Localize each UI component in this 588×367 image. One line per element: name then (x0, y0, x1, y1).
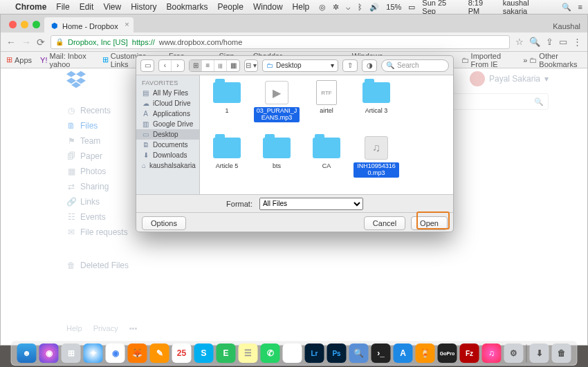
favorite-icon: 🗎 (142, 141, 149, 149)
share-icon[interactable]: ⇪ (546, 37, 553, 47)
fan-icon[interactable]: ✲ (333, 3, 339, 12)
bookmark-item[interactable]: Y! Mail: Inbox yahoo (40, 52, 94, 68)
volume-icon[interactable]: 🔊 (369, 3, 379, 12)
battery-icon[interactable]: ▭ (408, 3, 415, 12)
menubar-date[interactable]: Sun 25 Sep (422, 0, 461, 15)
file-grid[interactable]: 1▶03_PURANI_JEANS.mp3RTFairtelArtical 3A… (200, 75, 453, 194)
favorites-header: Favorites (136, 78, 199, 88)
format-select[interactable]: All Files (259, 198, 363, 210)
zoom-icon[interactable]: 🔍 (529, 37, 540, 47)
dock-chrome[interactable]: ◉ (106, 344, 125, 363)
close-window-icon[interactable] (9, 21, 17, 28)
dock-skype[interactable]: S (194, 344, 214, 363)
dock-firefox[interactable]: 🦊 (128, 344, 147, 363)
arrange-menu[interactable]: ⊟ ▾ (244, 59, 258, 72)
chrome-profile[interactable]: Kaushal (546, 20, 587, 32)
cancel-button[interactable]: Cancel (364, 216, 405, 230)
dock-calendar[interactable]: 25 (172, 344, 192, 363)
file-name: 03_PURANI_JEANS.mp3 (254, 107, 300, 122)
favorite-all-my-files[interactable]: ▤All My Files (136, 88, 199, 98)
dock-evernote[interactable]: E (217, 344, 236, 363)
window-controls[interactable] (5, 21, 44, 32)
chrome-menu-icon[interactable]: ⋮ (573, 37, 582, 47)
favorite-downloads[interactable]: ⬇Downloads (136, 150, 199, 160)
favorite-google-drive[interactable]: ▥Google Drive (136, 119, 199, 129)
location-popup[interactable]: 🗀Desktop▾ (262, 59, 338, 72)
favorite-applications[interactable]: AApplications (136, 109, 199, 119)
tags-button[interactable]: ◑ (362, 59, 377, 72)
dock-downloads[interactable]: ⬇ (530, 344, 549, 363)
dock-handbrake[interactable]: 🍹 (416, 344, 435, 363)
dock-photoshop[interactable]: Ps (327, 344, 347, 363)
dock-photos[interactable]: ✿ (283, 344, 302, 363)
dock-finder[interactable]: ☻ (17, 344, 37, 363)
options-button[interactable]: Options (142, 216, 186, 230)
file-item[interactable]: Artical 3 (352, 79, 401, 133)
dock-settings[interactable]: ⚙ (504, 344, 524, 363)
file-item[interactable]: CA (302, 135, 351, 189)
spotlight-icon[interactable]: 🔍 (562, 3, 571, 12)
dock-terminal[interactable]: ›_ (371, 344, 391, 363)
dock-safari[interactable]: ✦ (84, 344, 103, 363)
view-mode-toggle[interactable]: ⊞≡⫼▦ (189, 59, 240, 72)
dock-filezilla[interactable]: Fz (460, 344, 479, 363)
favorites-sidebar: Favorites ▤All My Files☁iCloud DriveAApp… (136, 75, 200, 194)
menubar-user[interactable]: kaushal sakaria (503, 0, 555, 15)
menu-help[interactable]: Help (293, 2, 310, 12)
read-icon[interactable]: ▭ (559, 37, 567, 47)
browser-tab[interactable]: ⬢ Home - Dropbox × (44, 17, 134, 32)
star-icon[interactable]: ☆ (515, 37, 524, 47)
apps-shortcut[interactable]: ⊞ Apps (6, 55, 32, 64)
tab-close-icon[interactable]: × (125, 20, 129, 28)
menu-edit[interactable]: Edit (80, 2, 94, 12)
battery-percent[interactable]: 15% (386, 3, 401, 11)
open-button[interactable]: Open (411, 216, 448, 230)
favorite-icon: ▤ (142, 89, 149, 97)
menu-bookmarks[interactable]: Bookmarks (167, 2, 208, 12)
favorite-kaushalsakaria[interactable]: ⌂kaushalsakaria (136, 160, 199, 171)
reload-button[interactable]: ⟳ (37, 37, 45, 48)
wifi-icon[interactable]: ⌵ (346, 3, 351, 12)
menu-history[interactable]: History (131, 2, 156, 12)
address-bar[interactable]: 🔒 Dropbox, Inc [US] https://www.dropbox.… (50, 35, 510, 49)
sidebar-toggle[interactable]: ▭ (140, 59, 154, 72)
dock-appstore[interactable]: A (394, 344, 413, 363)
notifications-icon[interactable]: ≡ (578, 3, 582, 11)
file-item[interactable]: ▶03_PURANI_JEANS.mp3 (252, 79, 301, 133)
menu-file[interactable]: File (56, 2, 69, 12)
bluetooth-icon[interactable]: ᛒ (358, 3, 362, 11)
favorite-documents[interactable]: 🗎Documents (136, 140, 199, 150)
menubar-time[interactable]: 8:19 PM (468, 0, 496, 15)
menu-people[interactable]: People (218, 2, 244, 12)
menubar-app[interactable]: Chrome (15, 2, 46, 12)
dock-lightroom[interactable]: Lr (305, 344, 324, 363)
file-item[interactable]: RTFairtel (302, 79, 351, 133)
dock-preview[interactable]: 🔍 (349, 344, 369, 363)
file-item[interactable]: 1 (203, 79, 251, 133)
status-icon[interactable]: ◎ (319, 3, 326, 12)
dock-whatsapp[interactable]: ✆ (261, 344, 280, 363)
dock-trash[interactable]: 🗑 (552, 344, 571, 363)
favorite-desktop[interactable]: ▭Desktop (136, 129, 199, 140)
bookmark-item[interactable]: 🗀 Imported From IE (461, 52, 515, 68)
bookmarks-overflow[interactable]: » 🗀 Other Bookmarks (523, 52, 582, 68)
dock-itunes[interactable]: ♫ (482, 344, 502, 363)
file-item[interactable]: Article 5 (203, 135, 251, 189)
nav-back-forward[interactable]: ‹› (158, 59, 185, 72)
favorite-icloud-drive[interactable]: ☁iCloud Drive (136, 98, 199, 109)
dock-gopro[interactable]: GoPro (438, 344, 457, 363)
share-button[interactable]: ⇧ (342, 59, 358, 72)
file-item[interactable]: bts (252, 135, 301, 189)
dock-siri[interactable]: ◉ (39, 344, 59, 363)
menu-view[interactable]: View (103, 2, 121, 12)
back-button[interactable]: ← (6, 37, 16, 48)
menu-window[interactable]: Window (253, 2, 283, 12)
dialog-search[interactable]: 🔍 Search (381, 59, 449, 72)
minimize-window-icon[interactable] (21, 21, 28, 28)
mac-dock[interactable]: ☻ ◉ ⊞ ✦ ◉ 🦊 ✎ 25 S E ☰ ✆ ✿ Lr Ps 🔍 ›_ A … (11, 341, 578, 366)
dock-launchpad[interactable]: ⊞ (62, 344, 81, 363)
zoom-window-icon[interactable] (33, 21, 40, 28)
file-item[interactable]: ♫INH109543160.mp3 (352, 135, 401, 189)
dock-pages[interactable]: ✎ (150, 344, 169, 363)
dock-stickies[interactable]: ☰ (239, 344, 258, 363)
